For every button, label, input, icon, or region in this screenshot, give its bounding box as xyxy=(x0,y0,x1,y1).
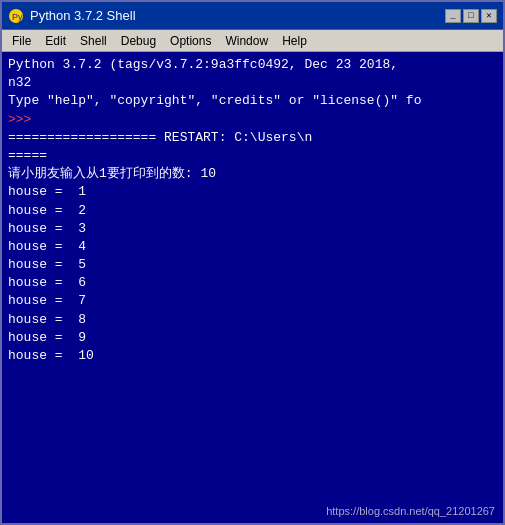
minimize-button[interactable]: _ xyxy=(445,9,461,23)
menu-item-debug[interactable]: Debug xyxy=(115,32,162,50)
close-button[interactable]: ✕ xyxy=(481,9,497,23)
shell-line-12: house = 6 xyxy=(8,274,497,292)
shell-line-5: ===== xyxy=(8,147,497,165)
title-text: Python 3.7.2 Shell xyxy=(30,8,136,23)
menu-item-options[interactable]: Options xyxy=(164,32,217,50)
shell-line-8: house = 2 xyxy=(8,202,497,220)
shell-line-6: 请小朋友输入从1要打印到的数: 10 xyxy=(8,165,497,183)
menu-bar: FileEditShellDebugOptionsWindowHelp xyxy=(2,30,503,52)
shell-line-9: house = 3 xyxy=(8,220,497,238)
shell-line-11: house = 5 xyxy=(8,256,497,274)
python-icon: Py xyxy=(8,8,24,24)
shell-line-13: house = 7 xyxy=(8,292,497,310)
menu-item-window[interactable]: Window xyxy=(219,32,274,50)
menu-item-file[interactable]: File xyxy=(6,32,37,50)
watermark: https://blog.csdn.net/qq_21201267 xyxy=(326,505,495,517)
shell-line-14: house = 8 xyxy=(8,311,497,329)
menu-item-shell[interactable]: Shell xyxy=(74,32,113,50)
shell-line-2: Type "help", "copyright", "credits" or "… xyxy=(8,92,497,110)
shell-content[interactable]: Python 3.7.2 (tags/v3.7.2:9a3ffc0492, De… xyxy=(2,52,503,523)
shell-line-7: house = 1 xyxy=(8,183,497,201)
window-controls: _ □ ✕ xyxy=(445,9,497,23)
menu-item-edit[interactable]: Edit xyxy=(39,32,72,50)
svg-text:Py: Py xyxy=(12,12,23,22)
python-shell-window: Py Python 3.7.2 Shell _ □ ✕ FileEditShel… xyxy=(0,0,505,525)
shell-line-3: >>> xyxy=(8,111,497,129)
shell-line-15: house = 9 xyxy=(8,329,497,347)
menu-item-help[interactable]: Help xyxy=(276,32,313,50)
shell-line-4: =================== RESTART: C:\Users\n xyxy=(8,129,497,147)
title-bar: Py Python 3.7.2 Shell _ □ ✕ xyxy=(2,2,503,30)
shell-line-10: house = 4 xyxy=(8,238,497,256)
maximize-button[interactable]: □ xyxy=(463,9,479,23)
shell-line-1: n32 xyxy=(8,74,497,92)
shell-line-16: house = 10 xyxy=(8,347,497,365)
shell-line-0: Python 3.7.2 (tags/v3.7.2:9a3ffc0492, De… xyxy=(8,56,497,74)
